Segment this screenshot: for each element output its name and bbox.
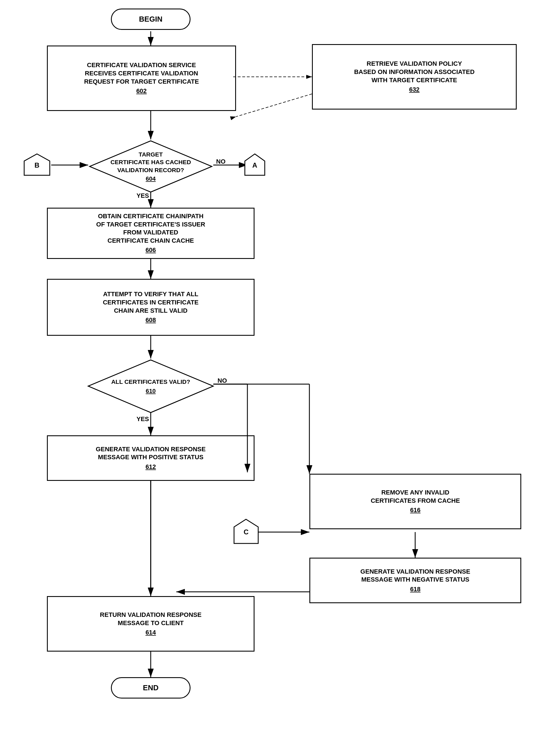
node-612: GENERATE VALIDATION RESPONSE MESSAGE WIT…: [47, 435, 255, 481]
node-606-line2: OF TARGET CERTIFICATE'S ISSUER: [96, 221, 205, 229]
node-612-num: 612: [96, 463, 206, 471]
node-602-text: CERTIFICATE VALIDATION SERVICE RECEIVES …: [84, 61, 199, 95]
node-602-line2: RECEIVES CERTIFICATE VALIDATION: [84, 69, 199, 78]
node-604-num: 604: [110, 175, 191, 182]
node-608: ATTEMPT TO VERIFY THAT ALL CERTIFICATES …: [47, 279, 255, 336]
node-618-num: 618: [360, 585, 470, 594]
node-618-line1: GENERATE VALIDATION RESPONSE: [360, 568, 470, 576]
node-616: REMOVE ANY INVALID CERTIFICATES FROM CAC…: [309, 474, 521, 529]
yes-label-604: YES: [137, 192, 149, 199]
connector-b-label: B: [34, 161, 39, 169]
node-610-line1: ALL CERTIFICATES VALID?: [111, 378, 190, 386]
node-602-line1: CERTIFICATE VALIDATION SERVICE: [84, 61, 199, 69]
node-602-line3: REQUEST FOR TARGET CERTIFICATE: [84, 78, 199, 86]
node-614-text: RETURN VALIDATION RESPONSE MESSAGE TO CL…: [100, 611, 201, 637]
end-node: END: [111, 677, 191, 699]
node-632-line1: RETRIEVE VALIDATION POLICY: [354, 60, 475, 68]
node-608-line2: CERTIFICATES IN CERTIFICATE: [103, 298, 199, 307]
node-612-line2: MESSAGE WITH POSITIVE STATUS: [96, 453, 206, 462]
diamond-604: TARGET CERTIFICATE HAS CACHED VALIDATION…: [88, 139, 213, 193]
connector-c: C: [233, 518, 260, 546]
node-604-line2: CERTIFICATE HAS CACHED: [110, 158, 191, 166]
node-618: GENERATE VALIDATION RESPONSE MESSAGE WIT…: [309, 558, 521, 603]
node-606-line3: FROM VALIDATED: [96, 228, 205, 237]
svg-line-4: [236, 94, 312, 117]
end-label: END: [143, 683, 159, 693]
begin-node: BEGIN: [111, 9, 191, 30]
no-label-610: NO: [218, 377, 227, 384]
node-602-num: 602: [84, 87, 199, 95]
no-label-604: NO: [216, 158, 226, 165]
node-632-num: 632: [354, 86, 475, 94]
node-632-line2: BASED ON INFORMATION ASSOCIATED: [354, 68, 475, 76]
node-608-num: 608: [103, 316, 199, 324]
node-616-line2: CERTIFICATES FROM CACHE: [371, 497, 460, 505]
node-610-num: 610: [111, 387, 190, 395]
node-632: RETRIEVE VALIDATION POLICY BASED ON INFO…: [312, 44, 517, 110]
node-608-text: ATTEMPT TO VERIFY THAT ALL CERTIFICATES …: [103, 290, 199, 324]
node-604-line3: VALIDATION RECORD?: [110, 166, 191, 174]
connector-a: A: [244, 153, 266, 178]
diamond-610: ALL CERTIFICATES VALID? 610: [87, 359, 215, 414]
node-606-line4: CERTIFICATE CHAIN CACHE: [96, 237, 205, 245]
node-614: RETURN VALIDATION RESPONSE MESSAGE TO CL…: [47, 596, 255, 652]
node-606: OBTAIN CERTIFICATE CHAIN/PATH OF TARGET …: [47, 208, 255, 259]
node-618-text: GENERATE VALIDATION RESPONSE MESSAGE WIT…: [360, 568, 470, 594]
node-618-line2: MESSAGE WITH NEGATIVE STATUS: [360, 576, 470, 584]
node-616-num: 616: [371, 506, 460, 514]
node-606-text: OBTAIN CERTIFICATE CHAIN/PATH OF TARGET …: [96, 212, 205, 254]
node-612-text: GENERATE VALIDATION RESPONSE MESSAGE WIT…: [96, 445, 206, 471]
node-616-line1: REMOVE ANY INVALID: [371, 489, 460, 497]
node-632-line3: WITH TARGET CERTIFICATE: [354, 76, 475, 85]
node-608-line1: ATTEMPT TO VERIFY THAT ALL: [103, 290, 199, 298]
node-606-num: 606: [96, 246, 205, 254]
node-604-line1: TARGET: [110, 151, 191, 158]
node-614-line1: RETURN VALIDATION RESPONSE: [100, 611, 201, 619]
flowchart: BEGIN CERTIFICATE VALIDATION SERVICE REC…: [0, 0, 542, 756]
node-606-line1: OBTAIN CERTIFICATE CHAIN/PATH: [96, 212, 205, 221]
connector-b: B: [23, 153, 51, 178]
node-602: CERTIFICATE VALIDATION SERVICE RECEIVES …: [47, 46, 236, 111]
node-614-line2: MESSAGE TO CLIENT: [100, 619, 201, 627]
yes-label-610: YES: [137, 415, 149, 423]
node-616-text: REMOVE ANY INVALID CERTIFICATES FROM CAC…: [371, 489, 460, 514]
begin-label: BEGIN: [139, 15, 162, 24]
node-614-num: 614: [100, 629, 201, 637]
node-632-text: RETRIEVE VALIDATION POLICY BASED ON INFO…: [354, 60, 475, 94]
node-608-line3: CHAIN ARE STILL VALID: [103, 307, 199, 315]
node-612-line1: GENERATE VALIDATION RESPONSE: [96, 445, 206, 454]
connector-a-label: A: [252, 161, 257, 169]
connector-c-label: C: [244, 528, 249, 536]
